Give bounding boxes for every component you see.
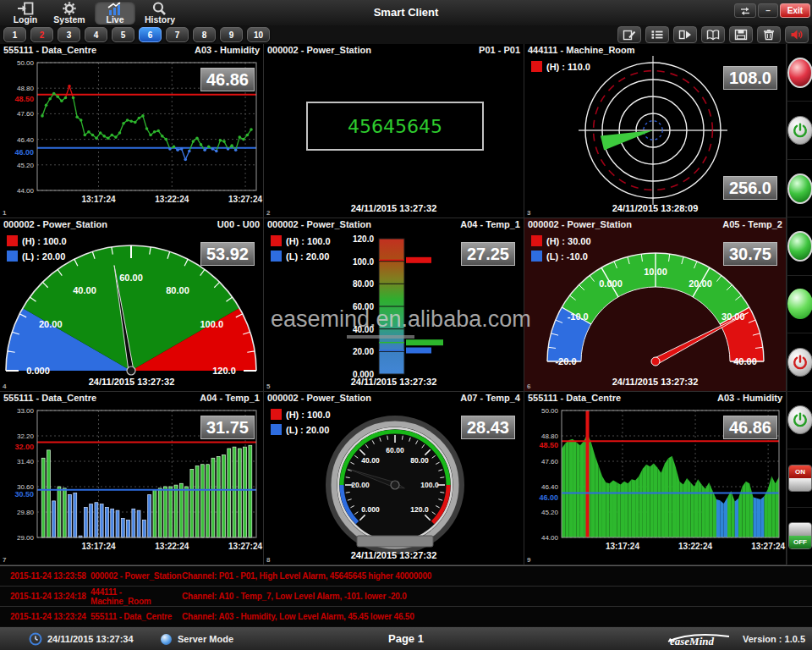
control-sidebar: ONOFF <box>787 44 812 565</box>
channel-label: P01 - P01 <box>479 44 520 56</box>
sidebar-off-switch[interactable]: OFF <box>788 522 812 549</box>
sidebar-green-lamp-button[interactable] <box>787 174 812 204</box>
station-label: 555111 - Data_Centre <box>3 392 96 404</box>
legend-label: (L) : 20.00 <box>286 251 329 262</box>
legend-color-chip <box>271 424 282 435</box>
svg-text:50.00: 50.00 <box>541 407 559 415</box>
page-tab-9[interactable]: 9 <box>220 27 243 42</box>
panel-4[interactable]: 000002 - Power_StationU00 - U000.00020.0… <box>0 218 264 392</box>
value-badge: 46.86 <box>723 416 777 439</box>
panel-number: 5 <box>266 383 270 390</box>
svg-text:13:22:24: 13:22:24 <box>155 195 189 204</box>
sidebar-on-switch[interactable]: ON <box>788 465 812 492</box>
page-tab-6[interactable]: 6 <box>139 27 162 42</box>
svg-text:32.00: 32.00 <box>14 443 34 451</box>
page-tabs: 12345678910 <box>3 27 270 42</box>
value-badge: 31.75 <box>200 416 255 439</box>
page-tab-4[interactable]: 4 <box>85 27 107 42</box>
svg-text:46.00: 46.00 <box>14 148 34 157</box>
svg-text:10.00: 10.00 <box>644 267 667 277</box>
panel-timestamp: 24/11/2015 13:28:09 <box>524 203 786 213</box>
power-icon <box>792 411 809 428</box>
alarm-list: 2015-11-24 13:23:58000002 - Power_Statio… <box>0 565 812 627</box>
toolbar-export-button[interactable] <box>673 26 697 43</box>
nav-label: Live <box>106 15 123 25</box>
panel-3[interactable]: 444111 - Machine_Room108.0256.0(H) : 110… <box>524 44 787 218</box>
page-tab-2[interactable]: 2 <box>30 27 53 42</box>
sidebar-green-lamp-button[interactable] <box>787 231 812 262</box>
panel-timestamp: 24/11/2015 13:27:32 <box>264 550 524 560</box>
legend-row: (L) : 20.00 <box>271 251 331 262</box>
page-tab-1[interactable]: 1 <box>3 27 26 42</box>
sidebar-red-power-button[interactable] <box>787 348 812 377</box>
page-tab-10[interactable]: 10 <box>247 27 270 42</box>
toolbar-edit-button[interactable] <box>617 26 641 43</box>
switch-bottom <box>789 478 811 491</box>
page-tab-8[interactable]: 8 <box>193 27 216 42</box>
panel-timestamp: 24/11/2015 13:27:32 <box>264 203 524 213</box>
svg-text:60.00: 60.00 <box>119 273 143 283</box>
sidebar-bright-green-lamp-button[interactable] <box>787 289 812 319</box>
toolbar-save-button[interactable] <box>729 26 753 43</box>
toolbar-list-button[interactable] <box>645 26 669 43</box>
page-tab-7[interactable]: 7 <box>166 27 189 42</box>
brand-logo: easeMind <box>667 631 731 648</box>
status-bar: 24/11/2015 13:27:34 Server Mode Page 1 e… <box>0 626 812 650</box>
value-badge: 108.0 <box>723 66 777 90</box>
panel-9[interactable]: 555111 - Data_CentreA03 - Humidity50.004… <box>524 392 787 565</box>
panel-grid: 555111 - Data_CentreA03 - Humidity50.004… <box>0 44 787 565</box>
toolbar-book-button[interactable] <box>701 26 725 43</box>
legend-label: (H) : 30.00 <box>546 236 591 246</box>
legend-label: (H) : 100.0 <box>286 236 331 246</box>
sidebar-green-power-button[interactable] <box>787 116 812 145</box>
svg-text:20.00: 20.00 <box>689 278 712 289</box>
panel-5[interactable]: 000002 - Power_StationA04 - Temp_1120.01… <box>264 218 524 392</box>
svg-text:80.00: 80.00 <box>166 285 189 295</box>
svg-text:20.00: 20.00 <box>351 481 370 489</box>
panel-8[interactable]: 000002 - Power_StationA07 - Temp_40.0002… <box>264 392 524 565</box>
toolbar-trash-button[interactable] <box>757 26 781 43</box>
nav-login-button[interactable]: Login <box>7 1 44 25</box>
sidebar-green-power-button[interactable] <box>787 405 812 434</box>
panel-1[interactable]: 555111 - Data_CentreA03 - Humidity50.004… <box>0 44 264 218</box>
exit-button[interactable]: Exit <box>780 3 810 18</box>
alarm-station: 000002 - Power_Station <box>91 571 182 581</box>
svg-text:47.60: 47.60 <box>17 110 35 118</box>
minimize-button[interactable]: – <box>758 3 778 18</box>
nav-live-button[interactable]: Live <box>95 1 135 25</box>
panel-7[interactable]: 555111 - Data_CentreA04 - Temp_133.0032.… <box>0 392 264 565</box>
toolbar-speaker-button[interactable] <box>785 26 809 43</box>
svg-text:13:17:24: 13:17:24 <box>82 195 116 204</box>
svg-text:40.00: 40.00 <box>361 456 380 465</box>
nav-history-button[interactable]: History <box>138 1 182 25</box>
panel-6[interactable]: 000002 - Power_StationA05 - Temp_2-20.0-… <box>524 218 787 392</box>
sidebar-red-lamp-button[interactable] <box>787 58 812 88</box>
svg-text:120.0: 120.0 <box>410 505 429 514</box>
svg-text:44.00: 44.00 <box>17 187 35 195</box>
legend-color-chip <box>271 409 282 420</box>
panel-header: 000002 - Power_StationA05 - Temp_2 <box>524 218 786 230</box>
page-tab-5[interactable]: 5 <box>112 27 134 42</box>
value-badge: 53.92 <box>200 242 255 266</box>
alarm-row[interactable]: 2015-11-24 13:24:18444111 - Machine_Room… <box>0 587 812 607</box>
nav-system-button[interactable]: System <box>47 1 91 25</box>
tab-row: 12345678910 <box>0 25 812 45</box>
svg-text:13:22:24: 13:22:24 <box>678 542 712 551</box>
alarm-row[interactable]: 2015-11-24 13:23:58000002 - Power_Statio… <box>0 566 812 587</box>
sidebar-cell <box>787 160 812 218</box>
svg-text:-10.0: -10.0 <box>568 311 589 322</box>
svg-text:0.000: 0.000 <box>26 366 50 376</box>
svg-text:0.000: 0.000 <box>599 278 623 289</box>
svg-text:50.00: 50.00 <box>17 59 35 67</box>
svg-text:20.00: 20.00 <box>353 347 374 356</box>
legend-color-chip <box>531 61 542 72</box>
restore-button[interactable] <box>734 3 756 18</box>
alarm-row[interactable]: 2015-11-24 13:23:24555111 - Data_CentreC… <box>0 607 812 627</box>
page-tab-3[interactable]: 3 <box>58 27 80 42</box>
sidebar-cell <box>787 333 812 391</box>
live-chart-icon <box>107 2 123 15</box>
power-icon <box>792 354 809 371</box>
panel-2[interactable]: 000002 - Power_StationP01 - P01456456452… <box>264 44 524 218</box>
svg-text:44.00: 44.00 <box>541 534 559 542</box>
toolbar <box>617 26 809 43</box>
